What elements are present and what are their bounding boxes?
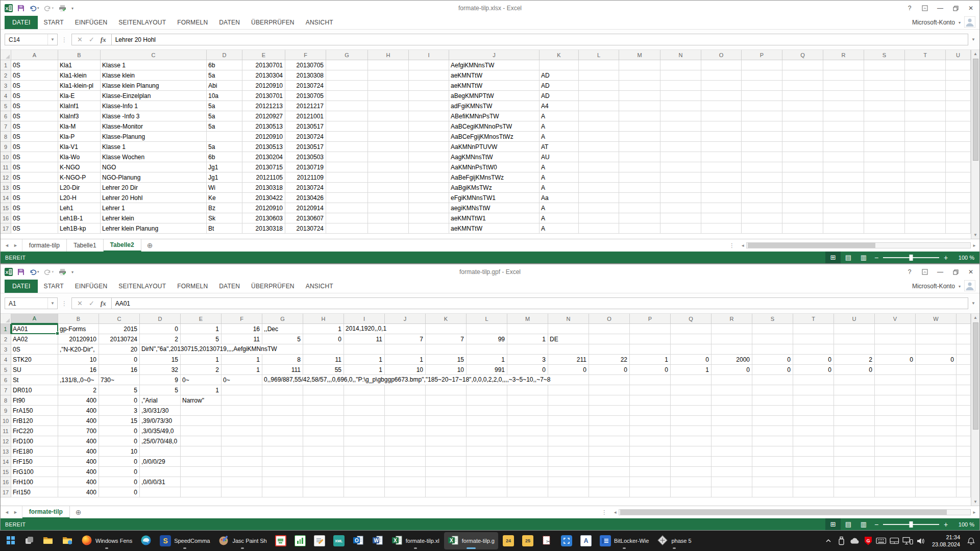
cell-G17[interactable] [262,487,303,497]
doc-a-button[interactable]: A [577,532,595,549]
cell-M15[interactable] [507,467,548,477]
cell-Q17[interactable] [671,487,712,497]
taskbar-clock[interactable]: 21:3423.08.2024 [928,534,964,548]
cell-T10[interactable] [793,416,834,426]
cell-O15[interactable] [589,467,630,477]
cell-J1[interactable] [385,324,426,334]
minimize-button[interactable]: — [933,266,948,278]
cell-partial[interactable] [957,344,971,355]
cell-Q1[interactable] [782,60,823,70]
cell-H14[interactable] [303,457,344,467]
cell-I17[interactable] [344,487,385,497]
cell-G13[interactable] [326,183,368,193]
cell-S2[interactable] [752,334,793,344]
cell-O12[interactable] [589,436,630,446]
cell-F12[interactable]: 20121109 [285,172,326,183]
cell-M6[interactable] [619,111,660,121]
row-header-8[interactable]: 8 [1,395,11,406]
cell-Q8[interactable] [671,395,712,406]
cell-K6[interactable]: A [540,111,579,121]
cell-H7[interactable] [303,385,344,395]
cell-E5[interactable]: 2 [181,365,222,375]
column-header-A[interactable]: A [11,50,58,60]
cell-T17[interactable] [905,223,946,234]
cell-Q4[interactable]: 0 [671,355,712,365]
edge-button[interactable] [137,532,155,549]
row-header-6[interactable]: 6 [1,375,11,385]
cell-D7[interactable]: 5 [140,385,181,395]
cell-L12[interactable] [467,436,507,446]
cell-M5[interactable] [619,101,660,111]
cell-I13[interactable] [344,446,385,457]
cell-M15[interactable] [619,203,660,213]
cell-C5[interactable]: Klasse-Info 1 [101,101,207,111]
cell-T15[interactable] [905,203,946,213]
cell-A15[interactable]: 0S [11,203,58,213]
cancel-entry-icon[interactable]: ✕ [77,36,83,43]
cell-O15[interactable] [701,203,742,213]
cell-J17[interactable]: aeKMNTtW [449,223,540,234]
cell-D17[interactable] [140,487,181,497]
cell-U6[interactable] [946,111,971,121]
column-header-partial[interactable] [957,314,971,324]
column-header-U[interactable]: U [946,50,971,60]
cell-F14[interactable]: 20130426 [285,193,326,203]
zoom-level[interactable]: 100 % [951,521,974,528]
cell-F5[interactable]: 20121217 [285,101,326,111]
cell-S1[interactable] [752,324,793,334]
column-header-I[interactable]: I [409,50,449,60]
cell-J15[interactable]: aegiKMNsTtW [449,203,540,213]
cell-N3[interactable] [548,344,589,355]
cell-F4[interactable]: 20130705 [285,91,326,101]
cell-T5[interactable]: 0 [793,365,834,375]
cell-C7[interactable]: 5 [99,385,140,395]
cell-S16[interactable] [864,213,905,223]
row-header-14[interactable]: 14 [1,193,11,203]
cell-I11[interactable] [409,162,449,172]
cell-V6[interactable] [875,375,916,385]
cell-D2[interactable]: 5a [207,70,242,81]
cell-D2[interactable]: 2 [140,334,181,344]
row-header-10[interactable]: 10 [1,152,11,162]
cell-K5[interactable]: 10 [426,365,467,375]
cell-H11[interactable] [303,426,344,436]
cell-K3[interactable]: AD [540,81,579,91]
cell-Q17[interactable] [782,223,823,234]
cell-B6[interactable]: ,131/8,,0~0~ [58,375,99,385]
cell-M2[interactable]: 1 [507,334,548,344]
cell-F15[interactable]: 20120914 [285,203,326,213]
cell-P14[interactable] [742,193,782,203]
cell-T2[interactable] [793,334,834,344]
cell-V15[interactable] [875,467,916,477]
folder-onedrive-button[interactable] [58,532,77,549]
cell-M2[interactable] [619,70,660,81]
cell-F9[interactable] [222,406,262,416]
cell-B4[interactable]: Kla-E [58,91,101,101]
cell-N14[interactable] [660,193,701,203]
cell-E6[interactable]: 20120927 [242,111,285,121]
cell-Q12[interactable] [782,172,823,183]
help-button[interactable]: ? [902,266,917,278]
cell-B1[interactable]: gp-Forms [58,324,99,334]
cell-B8[interactable]: 400 [58,395,99,406]
cell-P16[interactable] [742,213,782,223]
cell-P3[interactable] [742,81,782,91]
cell-U1[interactable] [834,324,875,334]
firefox-button[interactable]: Windows Fens [78,532,136,549]
cell-W11[interactable] [916,426,957,436]
cell-P15[interactable] [742,203,782,213]
cell-P9[interactable] [630,406,671,416]
cell-B5[interactable]: KlaInf1 [58,101,101,111]
cell-partial[interactable] [957,477,971,487]
restore-button[interactable] [948,266,963,278]
column-header-F[interactable]: F [285,50,326,60]
cell-Q1[interactable] [671,324,712,334]
name-box-dropdown-icon[interactable]: ▼ [47,34,57,45]
column-header-A[interactable]: A [11,314,58,324]
column-header-N[interactable]: N [548,314,589,324]
cell-S16[interactable] [752,477,793,487]
cell-O9[interactable] [589,406,630,416]
cell-T14[interactable] [905,193,946,203]
column-header-E[interactable]: E [181,314,222,324]
cell-G6[interactable] [326,111,368,121]
